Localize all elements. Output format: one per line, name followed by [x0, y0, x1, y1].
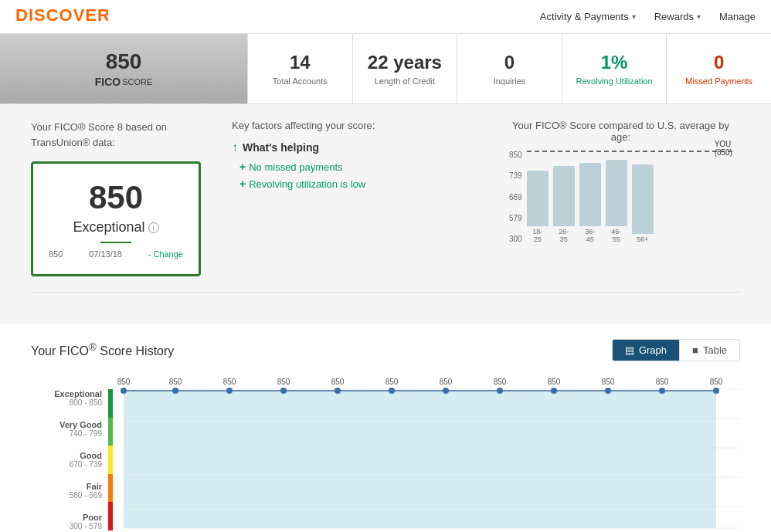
inquiries-label: Inquiries: [494, 76, 526, 86]
revolving-util-value: 1%: [601, 52, 628, 73]
dot-10[interactable]: [659, 388, 665, 394]
card-date-score: 850: [49, 249, 63, 259]
y-669: 669: [509, 193, 522, 202]
key-factors-column: Key factors affecting your score: ↑ What…: [232, 120, 470, 276]
y-739: 739: [509, 171, 522, 180]
fico-logo: FICO SCORE: [95, 76, 153, 88]
factor-link-revolving-util[interactable]: Revolving utilization is low: [249, 178, 365, 190]
y-579: 579: [509, 214, 522, 222]
activity-payments-nav[interactable]: Activity & Payments ▾: [540, 11, 636, 22]
bar-36-45: 36-45: [579, 163, 601, 243]
helping-section: ↑ What's helping + No missed payments + …: [232, 141, 470, 190]
activity-payments-arrow: ▾: [632, 12, 636, 21]
score-card: 850 Exceptional i 850 07/13/18 - Change: [31, 161, 201, 276]
manage-label: Manage: [719, 11, 756, 22]
score-intro-text: Your FICO® Score 8 based on TransUnion® …: [31, 120, 201, 150]
bar-46-55: 46-55: [606, 160, 627, 243]
activity-payments-label: Activity & Payments: [540, 11, 629, 22]
score-summary-bar: 850 FICO SCORE 14 Total Accounts 22 year…: [0, 34, 771, 104]
age-comparison-column: Your FICO® Score compared to U.S. averag…: [501, 120, 740, 276]
info-icon[interactable]: i: [148, 222, 159, 233]
score-history-title: Your FICO® Score History: [31, 341, 174, 358]
score-label-3: 850: [277, 378, 290, 386]
score-label-4: 850: [331, 378, 345, 386]
color-bar: [108, 389, 113, 530]
score-label-7: 850: [494, 378, 507, 386]
fico-score-text: SCORE: [122, 77, 152, 86]
length-of-credit-stat: 22 years Length of Credit: [352, 34, 457, 103]
score-label-6: 850: [440, 378, 453, 386]
y-good: Good 670 - 739: [31, 451, 102, 469]
factor-no-missed-payments: + No missed payments: [239, 161, 470, 173]
graph-view-button[interactable]: ▤ Graph: [613, 340, 679, 361]
dot-6[interactable]: [443, 388, 449, 394]
age-bars-container: 18-25 26-35 36-45 46-55: [527, 151, 732, 243]
factor-plus-icon-2: +: [239, 178, 246, 190]
view-toggle: ▤ Graph ■ Table: [612, 339, 740, 361]
main-score-value: 850: [106, 49, 142, 74]
bar-26-35: 26-35: [553, 166, 575, 243]
card-divider: [100, 242, 131, 243]
score-history-section: Your FICO® Score History ▤ Graph ■ Table…: [0, 324, 771, 532]
discover-logo: DISCOVER: [15, 4, 108, 29]
score-label-10: 850: [656, 378, 669, 386]
score-label-0: 850: [117, 378, 131, 386]
score-label-9: 850: [602, 378, 615, 386]
dot-3[interactable]: [280, 388, 287, 394]
dot-7[interactable]: [497, 388, 503, 394]
revolving-util-stat: 1% Revolving Utilization: [562, 34, 667, 103]
card-change-link[interactable]: - Change: [148, 249, 183, 259]
dot-1[interactable]: [172, 388, 178, 394]
inquiries-stat: 0 Inquiries: [457, 34, 562, 103]
card-date-row: 850 07/13/18 - Change: [49, 249, 183, 259]
section-divider: [31, 292, 740, 293]
table-icon: ■: [692, 344, 698, 356]
y-exceptional: Exceptional 800 - 850: [31, 389, 102, 407]
score-card-column: Your FICO® Score 8 based on TransUnion® …: [31, 120, 201, 276]
arrow-up-icon: ↑: [232, 141, 238, 154]
three-col-section: Your FICO® Score 8 based on TransUnion® …: [31, 120, 740, 276]
chart-fill-area: [124, 391, 716, 528]
rewards-nav[interactable]: Rewards ▾: [654, 11, 701, 22]
inquiries-value: 0: [504, 52, 515, 73]
y-850: 850: [509, 151, 522, 159]
card-score-value: 850: [49, 179, 183, 216]
table-view-button[interactable]: ■ Table: [679, 340, 739, 361]
dot-4[interactable]: [335, 388, 341, 394]
factor-revolving-util: + Revolving utilization is low: [239, 178, 470, 190]
bar-56plus: 56+: [632, 164, 654, 243]
dot-0[interactable]: [121, 388, 127, 394]
bar-18-25: 18-25: [527, 171, 549, 243]
helping-header: ↑ What's helping: [232, 141, 470, 154]
dot-9[interactable]: [605, 388, 611, 394]
length-of-credit-value: 22 years: [368, 52, 442, 73]
card-date: 07/13/18: [89, 249, 122, 259]
missed-payments-stat: 0 Missed Payments: [666, 34, 771, 103]
history-chart-svg: 850 850 850 850 850 850 850 850 850 850 …: [108, 374, 740, 532]
dot-11[interactable]: [713, 388, 719, 394]
main-content: Your FICO® Score 8 based on TransUnion® …: [0, 104, 771, 324]
length-of-credit-label: Length of Credit: [375, 76, 435, 86]
score-label-11: 850: [710, 378, 723, 386]
dot-8[interactable]: [551, 388, 557, 394]
total-accounts-value: 14: [290, 52, 311, 73]
score-main-cell: 850 FICO SCORE: [0, 34, 247, 103]
dot-5[interactable]: [389, 388, 395, 394]
total-accounts-label: Total Accounts: [273, 76, 328, 86]
factors-title: Key factors affecting your score:: [232, 120, 470, 131]
score-label-8: 850: [548, 378, 561, 386]
rewards-arrow: ▾: [697, 12, 701, 21]
y-poor: Poor 300 - 579: [31, 513, 102, 530]
missed-payments-value: 0: [714, 52, 724, 73]
y-very-good: Very Good 740 - 799: [31, 420, 102, 438]
factor-plus-icon-1: +: [239, 161, 246, 173]
graph-icon: ▤: [625, 344, 634, 356]
compare-title: Your FICO® Score compared to U.S. averag…: [501, 120, 740, 143]
svg-text:DISCOVER: DISCOVER: [15, 5, 108, 25]
y-axis-labels: Exceptional 800 - 850 Very Good 740 - 79…: [31, 374, 108, 532]
factor-link-no-missed-payments[interactable]: No missed payments: [249, 161, 342, 173]
dot-2[interactable]: [226, 388, 233, 394]
revolving-util-label: Revolving Utilization: [576, 76, 653, 86]
score-label-2: 850: [223, 378, 236, 386]
manage-nav[interactable]: Manage: [719, 11, 756, 22]
